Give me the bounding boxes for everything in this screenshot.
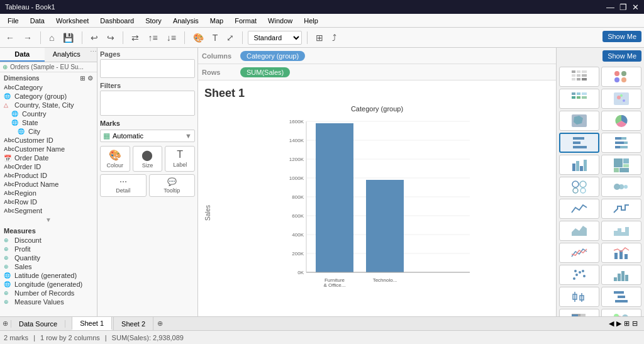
label-btn[interactable]: T xyxy=(209,31,221,45)
menu-worksheet[interactable]: Worksheet xyxy=(51,16,94,26)
search-icon[interactable]: ⊞ xyxy=(80,75,85,82)
redo-btn[interactable]: ↪ xyxy=(104,31,118,45)
menu-data[interactable]: Data xyxy=(25,16,50,26)
sort-desc-btn[interactable]: ↓≡ xyxy=(164,31,179,45)
add-sheet-btn[interactable]: ⊕ xyxy=(155,319,165,328)
data-source-tab[interactable]: Data Source xyxy=(11,320,65,328)
chart-text-table[interactable] xyxy=(559,67,599,87)
menu-help[interactable]: Help xyxy=(299,16,323,26)
sort-asc-btn[interactable]: ↑≡ xyxy=(145,31,160,45)
dim-customer-name[interactable]: Abc Customer Name xyxy=(0,145,97,153)
chart-histogram[interactable] xyxy=(601,265,641,285)
dim-country[interactable]: 🌐 Country xyxy=(0,109,97,118)
menu-format[interactable]: Format xyxy=(230,16,262,26)
bar-furniture[interactable] xyxy=(316,123,353,272)
tooltip-btn[interactable]: 💬 Tooltip xyxy=(149,174,196,197)
measure-discount[interactable]: ⊕ Discount xyxy=(0,236,97,245)
measure-quantity[interactable]: ⊕ Quantity xyxy=(0,253,97,262)
measure-num-records[interactable]: ⊕ Number of Records xyxy=(0,289,97,297)
swap-btn[interactable]: ⇄ xyxy=(128,31,142,45)
chart-horizontal-bar[interactable] xyxy=(559,133,599,153)
chart-bullet[interactable] xyxy=(559,309,599,316)
dim-row-id[interactable]: Abc Row ID xyxy=(0,197,97,206)
menu-story[interactable]: Story xyxy=(140,16,167,26)
color-btn[interactable]: 🎨 xyxy=(190,31,207,45)
rows-pill[interactable]: SUM(Sales) xyxy=(240,67,290,77)
view-btn[interactable]: ⊞ xyxy=(313,31,326,45)
tab-analytics[interactable]: Analytics xyxy=(45,48,89,62)
colour-btn[interactable]: 🎨 Colour xyxy=(100,146,130,172)
home-btn[interactable]: ⌂ xyxy=(46,31,57,45)
sheet1-tab[interactable]: Sheet 1 xyxy=(72,317,112,330)
size-btn[interactable]: ⬤ Size xyxy=(133,146,163,172)
dim-order-date[interactable]: 📅 Order Date xyxy=(0,153,97,162)
chart-highlight-table[interactable] xyxy=(559,89,599,109)
chart-circle-view[interactable] xyxy=(559,177,599,197)
menu-dashboard[interactable]: Dashboard xyxy=(95,16,139,26)
chart-pie[interactable] xyxy=(601,111,641,131)
columns-pill[interactable]: Category (group) xyxy=(240,51,305,61)
chart-symbol-map[interactable] xyxy=(601,89,641,109)
bar-technology[interactable] xyxy=(366,180,404,272)
dim-category-group[interactable]: 🌐 Category (group) xyxy=(0,92,97,101)
save-btn[interactable]: 💾 xyxy=(60,31,77,45)
dim-order-id[interactable]: Abc Order ID xyxy=(0,162,97,171)
tab-data[interactable]: Data xyxy=(0,48,45,62)
menu-file[interactable]: File xyxy=(3,16,24,26)
chart-line-discrete[interactable] xyxy=(601,199,641,219)
measure-sales[interactable]: ⊕ Sales xyxy=(0,262,97,271)
chart-side-by-side[interactable] xyxy=(559,155,599,175)
sheet-list-btn[interactable]: ⊞ xyxy=(624,319,630,328)
chart-scatter[interactable] xyxy=(559,265,599,285)
show-me-toolbar-btn[interactable]: Show Me xyxy=(602,31,641,42)
label-marks-btn[interactable]: T Label xyxy=(165,146,195,172)
fit-btn[interactable]: ⤢ xyxy=(223,31,237,45)
pages-box[interactable] xyxy=(100,59,195,78)
measure-latitude[interactable]: 🌐 Latitude (generated) xyxy=(0,271,97,280)
fit-dropdown[interactable]: Standard Fit Width Fit Height Entire Vie… xyxy=(248,31,302,45)
dim-category[interactable]: Abc Category xyxy=(0,83,97,92)
share-btn[interactable]: ⤴ xyxy=(329,31,340,45)
minimize-btn[interactable]: — xyxy=(606,3,614,12)
dim-product-id[interactable]: Abc Product ID xyxy=(0,171,97,180)
filters-box[interactable] xyxy=(100,91,195,116)
chart-side-by-side-circle[interactable] xyxy=(601,177,641,197)
dim-region[interactable]: Abc Region xyxy=(0,189,97,197)
back-btn[interactable]: ← xyxy=(3,31,18,45)
dim-product-name[interactable]: Abc Product Name xyxy=(0,180,97,189)
chart-treemap[interactable] xyxy=(601,155,641,175)
menu-window[interactable]: Window xyxy=(263,16,297,26)
show-me-btn[interactable]: Show Me xyxy=(602,50,641,62)
measure-profit[interactable]: ⊕ Profit xyxy=(0,245,97,253)
measure-values[interactable]: ⊕ Measure Values xyxy=(0,297,97,306)
chart-bubbles[interactable] xyxy=(601,309,641,316)
chart-box-whisker[interactable] xyxy=(559,287,599,307)
dim-customer-id[interactable]: Abc Customer ID xyxy=(0,136,97,145)
chart-filled-map[interactable] xyxy=(559,111,599,131)
dim-state[interactable]: 🌐 State xyxy=(0,118,97,127)
marks-type-select[interactable]: ▦ Automatic ▼ xyxy=(100,130,195,142)
menu-map[interactable]: Map xyxy=(205,16,228,26)
sheet2-tab[interactable]: Sheet 2 xyxy=(113,317,153,330)
undo-btn[interactable]: ↩ xyxy=(87,31,101,45)
chart-gantt[interactable] xyxy=(601,287,641,307)
menu-analysis[interactable]: Analysis xyxy=(168,16,204,26)
chart-stacked-bar[interactable] xyxy=(601,133,641,153)
prev-sheet-btn[interactable]: ◀ xyxy=(609,319,614,328)
dim-city[interactable]: 🌐 City xyxy=(0,127,97,136)
restore-btn[interactable]: ❐ xyxy=(619,3,627,12)
detail-btn[interactable]: ⋯ Detail xyxy=(100,174,147,197)
chart-area-continuous[interactable] xyxy=(559,221,599,241)
present-btn[interactable]: ⊟ xyxy=(632,319,638,328)
chart-dual-lines[interactable] xyxy=(559,243,599,263)
chart-heat-map[interactable] xyxy=(601,67,641,87)
chart-line-continuous[interactable] xyxy=(559,199,599,219)
forward-btn[interactable]: → xyxy=(20,31,35,45)
filter-icon[interactable]: ⚙ xyxy=(87,75,93,82)
chart-bar-line[interactable] xyxy=(601,243,641,263)
dim-segment[interactable]: Abc Segment xyxy=(0,206,97,215)
next-sheet-btn[interactable]: ▶ xyxy=(616,319,621,328)
panel-tab-icon[interactable]: ⋯ xyxy=(90,48,97,62)
close-btn[interactable]: ✕ xyxy=(632,3,639,12)
chart-area-discrete[interactable] xyxy=(601,221,641,241)
